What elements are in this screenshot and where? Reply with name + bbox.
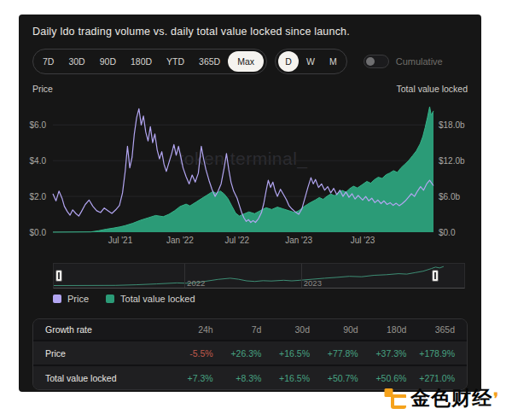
range-button-365d[interactable]: 365D [192, 51, 227, 72]
cumulative-toggle-wrap: Cumulative [364, 55, 443, 68]
range-button-max[interactable]: Max [228, 51, 264, 72]
legend-swatch-icon [53, 295, 61, 303]
range-button-7d[interactable]: 7D [36, 51, 61, 72]
growth-value-cell: -5.5% [165, 348, 213, 359]
left-tick-label: $6.0 [30, 120, 46, 130]
table-row-label: Price [45, 348, 165, 359]
range-navigator[interactable]: 20222023 [53, 263, 465, 289]
growth-value-cell: +178.9% [406, 348, 455, 359]
growth-value-cell: +26.3% [213, 348, 262, 359]
x-tick-label: Jul '23 [351, 236, 375, 245]
table-header-cell: Growth rate [45, 324, 165, 335]
navigator-left-handle[interactable] [55, 270, 62, 282]
table-header-cell: 365d [406, 324, 455, 335]
range-button-ytd[interactable]: YTD [160, 51, 191, 72]
right-tick-label: $0.0 [439, 228, 455, 237]
main-chart-plot[interactable]: token terminal_ [53, 101, 433, 232]
toggle-knob-icon [366, 57, 375, 66]
jinse-finance-logo: 金色财经 ❜ [384, 385, 498, 411]
main-chart-svg[interactable] [53, 101, 433, 232]
range-button-180d[interactable]: 180D [124, 51, 159, 72]
left-axis-ticks: $6.0$4.0$2.0$0.0 [27, 101, 49, 232]
growth-value-cell: +16.5% [261, 373, 310, 383]
range-button-30d[interactable]: 30D [61, 51, 91, 72]
growth-value-cell: +7.3% [165, 373, 213, 383]
x-axis-ticks: Jul '21Jan '22Jul '22Jan '23Jul '23 [53, 236, 433, 248]
growth-value-cell: +271.0% [406, 373, 455, 383]
right-tick-label: $18.0b [439, 120, 465, 130]
navigator-right-handle[interactable] [432, 270, 439, 282]
growth-value-cell: +50.7% [310, 373, 358, 383]
x-tick-label: Jan '22 [166, 236, 194, 245]
jinse-logo-icon [384, 388, 406, 410]
x-tick-label: Jan '23 [285, 236, 312, 245]
left-tick-label: $2.0 [30, 192, 46, 201]
jinse-logo-accent-mark: ❜ [493, 389, 498, 408]
granularity-button-m[interactable]: M [323, 51, 344, 72]
cumulative-toggle-label: Cumulative [396, 56, 443, 67]
navigator-year-label: 2022 [184, 278, 205, 288]
table-header-row: Growth rate24h7d30d90d180d365d [33, 319, 467, 340]
cumulative-toggle[interactable] [364, 55, 389, 68]
left-axis-title: Price [32, 84, 53, 94]
legend-swatch-icon [106, 295, 114, 303]
table-header-cell: 90d [310, 324, 358, 335]
right-axis-ticks: $18.0b$12.0b$6.0b$0.0 [437, 101, 471, 232]
table-header-cell: 7d [213, 324, 262, 335]
x-tick-label: Jul '21 [108, 236, 133, 245]
legend-item-price[interactable]: Price [53, 294, 89, 304]
table-row-price: Price-5.5%+26.3%+16.5%+77.8%+37.3%+178.9… [33, 340, 467, 365]
legend-label: Price [67, 294, 89, 304]
table-header-cell: 180d [358, 324, 407, 335]
chart-panel: Daily ldo trading volume vs. daily total… [19, 15, 481, 392]
right-tick-label: $6.0b [439, 192, 460, 201]
range-button-90d[interactable]: 90D [93, 51, 123, 72]
growth-rate-table: Growth rate24h7d30d90d180d365dPrice-5.5%… [32, 318, 468, 390]
granularity-button-d[interactable]: D [278, 51, 299, 72]
axis-titles-row: Price Total value locked [32, 84, 468, 94]
growth-value-cell: +37.3% [358, 348, 407, 359]
granularity-button-w[interactable]: W [300, 51, 322, 72]
navigator-year-label: 2023 [301, 278, 322, 288]
right-tick-label: $12.0b [439, 156, 465, 166]
legend-item-total-value-locked[interactable]: Total value locked [106, 294, 195, 304]
left-tick-label: $4.0 [30, 156, 46, 166]
table-header-cell: 30d [261, 324, 310, 335]
table-row-label: Total value locked [45, 373, 165, 383]
table-header-cell: 24h [165, 324, 213, 335]
x-tick-label: Jul '22 [225, 236, 250, 245]
growth-value-cell: +77.8% [310, 348, 358, 359]
navigator-mini-chart[interactable] [54, 264, 464, 288]
page-title: Daily ldo trading volume vs. daily total… [32, 26, 350, 38]
chart-legend: PriceTotal value locked [53, 294, 195, 304]
growth-value-cell: +50.6% [358, 373, 407, 383]
legend-label: Total value locked [120, 294, 195, 304]
range-button-group: 7D30D90D180DYTD365DMax [32, 49, 267, 74]
granularity-button-group: DWM [275, 49, 347, 74]
right-axis-title: Total value locked [397, 84, 468, 94]
jinse-logo-text: 金色财经 [410, 385, 492, 411]
toolbar: 7D30D90D180DYTD365DMax DWM Cumulative [32, 49, 443, 74]
growth-value-cell: +16.5% [261, 348, 310, 359]
growth-value-cell: +8.3% [213, 373, 262, 383]
left-tick-label: $0.0 [30, 228, 46, 237]
